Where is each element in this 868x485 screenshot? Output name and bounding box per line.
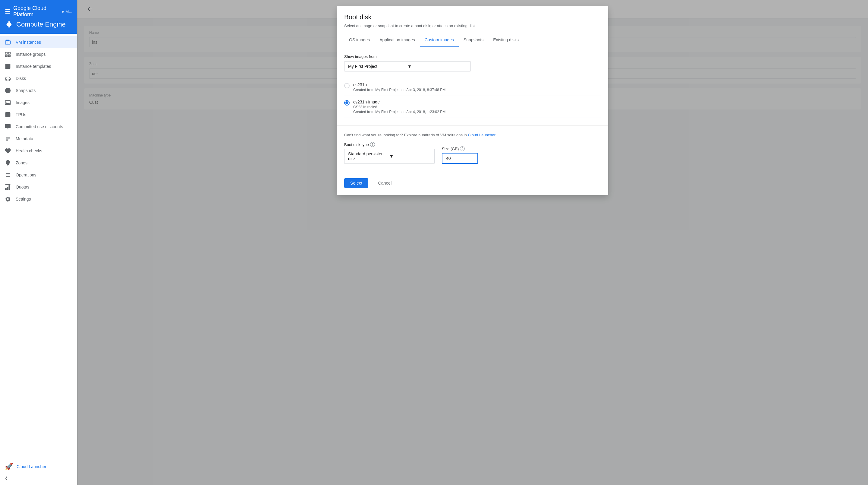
svg-point-23	[6, 102, 7, 103]
disk-config: Boot disk type ? Standard persistent dis…	[337, 142, 608, 173]
instance-groups-icon	[5, 51, 11, 57]
sidebar-item-images[interactable]: Images	[0, 96, 77, 109]
settings-icon	[5, 196, 11, 202]
sidebar-item-label: Images	[16, 100, 30, 105]
vm-instances-icon	[5, 39, 11, 45]
svg-rect-10	[6, 40, 9, 41]
main-content: Name Zone Machine type Cust Boot disk Se…	[77, 0, 868, 485]
size-help-icon[interactable]: ?	[460, 146, 465, 151]
svg-rect-17	[6, 64, 10, 69]
svg-point-20	[5, 77, 10, 80]
tab-existing-disks[interactable]: Existing disks	[488, 33, 524, 47]
sidebar-item-instance-groups[interactable]: Instance groups	[0, 48, 77, 60]
size-input[interactable]	[442, 153, 478, 164]
cloud-launcher-link[interactable]: Cloud Launcher	[468, 133, 495, 137]
cancel-button[interactable]: Cancel	[372, 178, 398, 188]
sidebar-item-metadata[interactable]: Metadata	[0, 133, 77, 145]
svg-rect-14	[8, 52, 10, 54]
section-title: Compute Engine	[5, 20, 72, 29]
app-name: ☰ Google Cloud Platform ● M...	[5, 5, 72, 18]
quotas-icon	[5, 184, 11, 190]
operations-icon	[5, 172, 11, 178]
disk-type-help-icon[interactable]: ?	[370, 142, 375, 147]
sidebar-item-label: Disks	[16, 76, 26, 81]
sidebar-item-quotas[interactable]: Quotas	[0, 181, 77, 193]
compute-engine-icon	[5, 20, 13, 29]
svg-rect-11	[7, 41, 9, 42]
tab-custom-images[interactable]: Custom images	[420, 33, 459, 47]
svg-rect-0	[7, 23, 11, 26]
image-name: cs231n-image	[353, 99, 445, 104]
image-item-cs231n-image: cs231n-image CS231n rocks! Created from …	[344, 96, 601, 118]
hamburger-icon[interactable]: ☰	[5, 8, 10, 15]
sidebar-item-zones[interactable]: Zones	[0, 157, 77, 169]
collapse-sidebar-button[interactable]: ❮	[0, 474, 77, 483]
show-images-label: Show images from	[344, 54, 601, 59]
sidebar-item-instance-templates[interactable]: Instance templates	[0, 60, 77, 73]
modal-title: Boot disk	[344, 13, 601, 21]
boot-disk-modal: Boot disk Select an image or snapshot to…	[337, 6, 608, 195]
sidebar-item-tpus[interactable]: TPUs	[0, 109, 77, 121]
snapshots-icon	[5, 87, 11, 93]
sidebar-item-operations[interactable]: Operations	[0, 169, 77, 181]
modal-actions: Select Cancel	[337, 173, 608, 195]
footer-note: Can't find what you're looking for? Expl…	[337, 125, 608, 142]
image-list: cs231n Created from My First Project on …	[344, 79, 601, 118]
svg-rect-42	[9, 186, 10, 190]
sidebar-item-label: Settings	[16, 197, 31, 201]
sidebar-item-label: Snapshots	[16, 88, 36, 93]
svg-rect-25	[7, 113, 7, 114]
images-icon	[5, 99, 11, 106]
disks-icon	[5, 76, 11, 81]
modal-header: Boot disk Select an image or snapshot to…	[337, 6, 608, 33]
disk-type-arrow-icon: ▼	[390, 154, 431, 159]
svg-rect-4	[9, 26, 10, 27]
tab-snapshots[interactable]: Snapshots	[459, 33, 488, 47]
cloud-launcher-item[interactable]: 🚀 Cloud Launcher	[0, 460, 77, 474]
modal-subtitle: Select an image or snapshot to create a …	[344, 24, 601, 28]
svg-rect-40	[5, 189, 6, 190]
size-field: Size (GB) ?	[442, 146, 478, 164]
sidebar-item-label: Zones	[16, 161, 27, 165]
project-dropdown[interactable]: My First Project ▼	[344, 61, 471, 72]
svg-rect-41	[7, 187, 8, 190]
svg-rect-8	[11, 25, 12, 25]
sidebar-item-label: Metadata	[16, 136, 33, 141]
sidebar: ☰ Google Cloud Platform ● M...	[0, 0, 77, 485]
svg-rect-7	[11, 24, 12, 24]
platform-name: Google Cloud Platform	[13, 5, 59, 18]
sidebar-item-committed-use[interactable]: Committed use discounts	[0, 121, 77, 133]
svg-rect-29	[5, 124, 10, 128]
svg-rect-26	[8, 113, 9, 114]
tab-os-images[interactable]: OS images	[344, 33, 375, 47]
disk-type-dropdown[interactable]: Standard persistent disk ▼	[344, 149, 435, 164]
tab-application-images[interactable]: Application images	[375, 33, 420, 47]
disk-type-field: Boot disk type ? Standard persistent dis…	[344, 142, 435, 164]
sidebar-item-label: TPUs	[16, 112, 26, 117]
image-description: Created from My First Project on Apr 3, …	[353, 88, 445, 92]
modal-body: Show images from My First Project ▼ cs23…	[337, 47, 608, 125]
sidebar-item-vm-instances[interactable]: VM instances	[0, 36, 77, 48]
sidebar-item-snapshots[interactable]: Snapshots	[0, 84, 77, 96]
sidebar-item-settings[interactable]: Settings	[0, 193, 77, 205]
svg-rect-15	[5, 55, 7, 56]
sidebar-item-label: Committed use discounts	[16, 124, 63, 129]
sidebar-header: ☰ Google Cloud Platform ● M...	[0, 0, 77, 34]
radio-cs231n[interactable]	[344, 83, 350, 88]
sidebar-item-health-checks[interactable]: Health checks	[0, 145, 77, 157]
sidebar-item-disks[interactable]: Disks	[0, 73, 77, 84]
instance-templates-icon	[5, 63, 11, 69]
image-note: CS231n rocks!	[353, 105, 445, 109]
disk-type-label: Boot disk type ?	[344, 142, 435, 147]
size-label: Size (GB) ?	[442, 146, 478, 151]
metadata-icon	[5, 136, 11, 142]
dropdown-arrow-icon: ▼	[407, 64, 467, 69]
cloud-launcher-label: Cloud Launcher	[17, 464, 46, 469]
svg-rect-6	[6, 25, 7, 25]
radio-cs231n-image[interactable]	[344, 100, 350, 106]
sidebar-nav: VM instances Instance groups	[0, 34, 77, 457]
svg-rect-9	[5, 41, 10, 44]
select-button[interactable]: Select	[344, 178, 368, 188]
svg-rect-2	[9, 21, 10, 23]
modal-tabs: OS images Application images Custom imag…	[337, 33, 608, 47]
